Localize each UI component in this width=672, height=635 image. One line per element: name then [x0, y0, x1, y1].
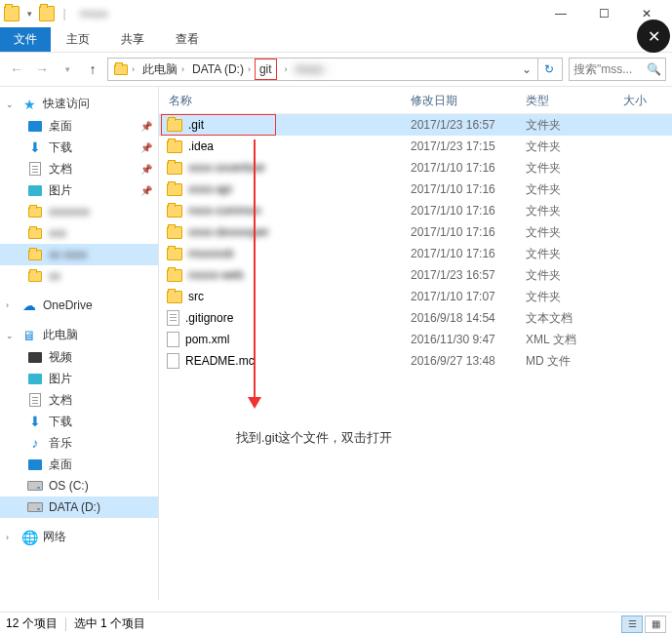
network-icon: 🌐 — [21, 530, 37, 545]
sidebar-item-blur4[interactable]: xx — [0, 265, 158, 287]
video-icon — [27, 349, 43, 365]
file-row[interactable]: pom.xml2016/11/30 9:47XML 文档 — [159, 329, 672, 350]
file-name: xxxo-api — [188, 182, 232, 196]
sidebar-pictures2[interactable]: 图片 — [0, 368, 158, 389]
file-type: 文件夹 — [526, 224, 623, 241]
sidebar-pictures[interactable]: 图片 — [0, 179, 158, 201]
breadcrumb-drive[interactable]: DATA (D:)› — [188, 59, 255, 80]
file-date: 2016/11/30 9:47 — [411, 333, 526, 346]
forward-button[interactable]: → — [31, 59, 53, 80]
maximize-button[interactable]: ☐ — [582, 0, 625, 26]
col-name[interactable]: 名称 — [159, 93, 411, 109]
file-row[interactable]: nxxxx-web2017/1/23 16:57文件夹 — [159, 264, 672, 286]
sidebar-drive-d[interactable]: DATA (D:) — [0, 496, 158, 518]
refresh-button[interactable]: ↻ — [537, 59, 560, 80]
minimize-button[interactable]: — — [539, 0, 582, 26]
file-name: README.mc — [185, 354, 255, 368]
music-icon: ♪ — [27, 435, 43, 451]
title-bar: ▾ | msso — ☐ ✕ — [0, 0, 672, 26]
file-name: nxxxx-web — [188, 268, 244, 282]
folder-icon — [167, 183, 182, 196]
ribbon-tabs: 文件 主页 共享 查看 — [0, 26, 672, 53]
file-row[interactable]: xxxx-xxvertiser2017/1/10 17:16文件夹 — [159, 157, 672, 179]
sidebar-network[interactable]: ›🌐网络 — [0, 526, 158, 548]
file-row[interactable]: README.mc2016/9/27 13:48MD 文件 — [159, 350, 672, 372]
col-type[interactable]: 类型 — [526, 93, 623, 109]
breadcrumb-git[interactable]: git — [255, 59, 277, 80]
breadcrumb-root-icon[interactable]: › — [110, 59, 138, 80]
download-icon: ⬇ — [27, 139, 43, 155]
file-type: MD 文件 — [526, 353, 623, 370]
address-dropdown-icon[interactable]: ⌄ — [516, 62, 537, 76]
file-name: .gitignore — [185, 311, 233, 325]
overlay-close-icon[interactable]: ✕ — [637, 20, 670, 53]
folder-icon — [39, 6, 55, 21]
file-date: 2016/9/27 13:48 — [411, 354, 526, 368]
recent-dropdown-icon[interactable]: ▾ — [57, 59, 78, 80]
drive-icon — [27, 499, 43, 515]
breadcrumb-thispc[interactable]: 此电脑› — [138, 59, 188, 80]
search-input[interactable]: 搜索"mss... 🔍 — [569, 58, 666, 81]
tab-view[interactable]: 查看 — [160, 27, 215, 52]
picture-icon — [27, 371, 43, 386]
file-name: xxxo-dxxxxxper — [188, 225, 269, 239]
breadcrumb-chev[interactable]: › — [277, 59, 292, 80]
sidebar-music[interactable]: ♪音乐 — [0, 432, 158, 454]
breadcrumb-last[interactable]: msso› — [292, 59, 335, 80]
status-selected-count: 选中 1 个项目 — [74, 615, 145, 632]
file-row[interactable]: nxxx-common2017/1/10 17:16文件夹 — [159, 200, 672, 221]
sidebar-drive-c[interactable]: OS (C:) — [0, 475, 158, 496]
file-list-pane: 名称 修改日期 类型 大小 .git2017/1/23 16:57文件夹.ide… — [159, 87, 672, 600]
annotation-arrow-line — [254, 139, 256, 403]
address-bar[interactable]: › 此电脑› DATA (D:)› git › msso› ⌄ ↻ — [107, 58, 563, 81]
file-date: 2016/9/18 14:54 — [411, 311, 526, 325]
folder-icon — [167, 291, 182, 303]
up-button[interactable]: ↑ — [82, 59, 103, 80]
col-date[interactable]: 修改日期 — [411, 93, 526, 109]
sidebar-item-blur2[interactable]: xxx — [0, 222, 158, 244]
sidebar-onedrive[interactable]: ›☁OneDrive — [0, 295, 158, 316]
sidebar-video[interactable]: 视频 — [0, 346, 158, 368]
dropdown-icon[interactable]: ▾ — [21, 6, 37, 21]
sidebar-documents2[interactable]: 文档 — [0, 389, 158, 411]
view-details-button[interactable]: ☰ — [621, 615, 643, 633]
folder-icon — [4, 6, 20, 21]
file-row[interactable]: xxxo-dxxxxxper2017/1/10 17:16文件夹 — [159, 221, 672, 243]
sidebar-item-blur1[interactable]: xxxxxxx — [0, 201, 158, 222]
view-thumbnails-button[interactable]: ▦ — [645, 615, 666, 633]
file-type: 文件夹 — [526, 139, 623, 155]
file-date: 2017/1/10 17:07 — [411, 290, 526, 303]
file-date: 2017/1/23 17:15 — [411, 139, 526, 153]
sidebar-item-blur3[interactable]: xx xxxx — [0, 244, 158, 265]
document-icon — [27, 161, 43, 177]
file-date: 2017/1/10 17:16 — [411, 247, 526, 260]
folder-icon — [27, 268, 43, 284]
status-bar: 12 个项目 选中 1 个项目 ☰ ▦ — [0, 612, 672, 635]
search-icon[interactable]: 🔍 — [647, 62, 661, 76]
text-file-icon — [167, 310, 179, 326]
desktop-icon — [27, 118, 43, 134]
file-type: XML 文档 — [526, 332, 623, 348]
status-divider — [65, 617, 66, 631]
col-size[interactable]: 大小 — [623, 93, 668, 109]
file-row[interactable]: src2017/1/10 17:07文件夹 — [159, 286, 672, 307]
file-row[interactable]: .idea2017/1/23 17:15文件夹 — [159, 136, 672, 157]
file-date: 2017/1/10 17:16 — [411, 225, 526, 239]
sidebar-thispc[interactable]: ⌄🖥此电脑 — [0, 324, 158, 346]
file-row[interactable]: xxxo-api2017/1/10 17:16文件夹 — [159, 179, 672, 200]
annotation-arrow-head-icon — [248, 397, 261, 409]
tab-home[interactable]: 主页 — [51, 27, 105, 52]
sidebar-documents[interactable]: 文档 — [0, 158, 158, 179]
sidebar-downloads2[interactable]: ⬇下载 — [0, 411, 158, 432]
sidebar-desktop2[interactable]: 桌面 — [0, 454, 158, 475]
column-headers: 名称 修改日期 类型 大小 — [159, 87, 672, 114]
sidebar-quick-access[interactable]: ⌄★快速访问 — [0, 93, 158, 115]
tab-file[interactable]: 文件 — [0, 27, 51, 52]
back-button[interactable]: ← — [6, 59, 27, 80]
tab-share[interactable]: 共享 — [105, 27, 160, 52]
file-row[interactable]: msxxxxb2017/1/10 17:16文件夹 — [159, 243, 672, 264]
sidebar-desktop[interactable]: 桌面 — [0, 115, 158, 137]
file-row[interactable]: .gitignore2016/9/18 14:54文本文档 — [159, 307, 672, 329]
desktop-icon — [27, 456, 43, 472]
sidebar-downloads[interactable]: ⬇下载 — [0, 137, 158, 158]
